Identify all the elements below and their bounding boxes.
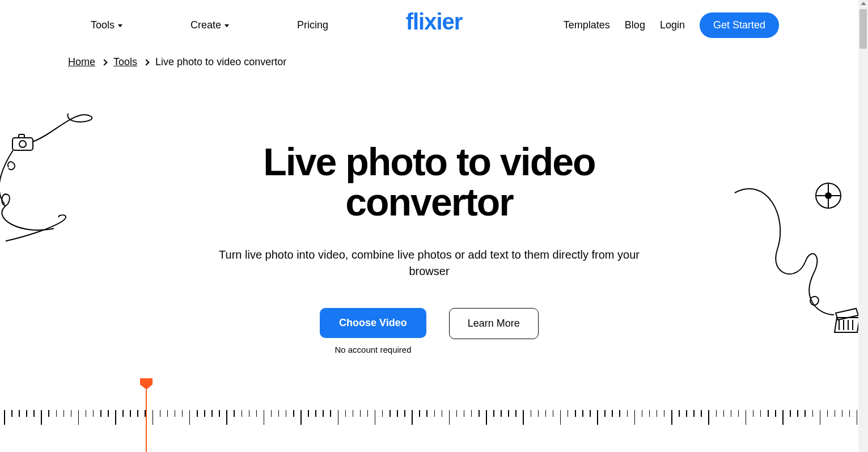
nav-pricing[interactable]: Pricing <box>297 19 328 31</box>
caret-icon <box>118 24 122 27</box>
caret-icon <box>225 24 229 27</box>
no-account-note: No account required <box>335 345 411 354</box>
svg-point-6 <box>825 193 831 198</box>
playhead-stem <box>146 390 147 452</box>
choose-video-group: Choose Video No account required <box>320 308 426 354</box>
playhead-handle-icon <box>140 378 153 390</box>
nav-tools[interactable]: Tools <box>91 19 122 31</box>
cta-row: Choose Video No account required Learn M… <box>0 308 858 354</box>
nav-templates[interactable]: Templates <box>564 19 610 31</box>
chevron-right-icon <box>101 59 107 65</box>
breadcrumb-home[interactable]: Home <box>68 56 95 68</box>
breadcrumb: Home Tools Live photo to video convertor <box>0 50 868 68</box>
breadcrumb-tools[interactable]: Tools <box>113 56 137 68</box>
nav-left-group: Tools Create Pricing <box>91 19 328 31</box>
logo[interactable]: flixier <box>406 9 463 35</box>
playhead[interactable] <box>141 378 152 452</box>
timeline-ticks <box>4 410 858 433</box>
svg-rect-0 <box>12 138 33 150</box>
page-scrollbar[interactable] <box>858 0 868 452</box>
nav-right-group: Templates Blog Login Get Started <box>564 12 779 38</box>
page-subtitle: Turn live photo into video, combine live… <box>208 247 650 280</box>
page-title: Live photo to video convertor <box>202 142 656 223</box>
scroll-up-icon <box>861 2 866 5</box>
scrollbar-thumb[interactable] <box>859 9 867 49</box>
learn-more-button[interactable]: Learn More <box>449 308 539 339</box>
doodle-right-icon <box>732 176 862 346</box>
nav-create-label: Create <box>190 19 221 31</box>
chevron-right-icon <box>143 59 149 65</box>
hero-section: Live photo to video convertor Turn live … <box>0 68 858 354</box>
svg-rect-1 <box>19 134 24 138</box>
choose-video-button[interactable]: Choose Video <box>320 308 426 338</box>
doodle-left-icon <box>0 105 111 264</box>
get-started-button[interactable]: Get Started <box>700 12 779 38</box>
breadcrumb-current: Live photo to video convertor <box>155 56 286 68</box>
nav-pricing-label: Pricing <box>297 19 328 31</box>
timeline-ruler[interactable] <box>0 410 858 433</box>
nav-create[interactable]: Create <box>190 19 229 31</box>
nav-tools-label: Tools <box>91 19 115 31</box>
nav-login[interactable]: Login <box>660 19 685 31</box>
svg-point-2 <box>19 141 26 147</box>
nav-blog[interactable]: Blog <box>625 19 645 31</box>
